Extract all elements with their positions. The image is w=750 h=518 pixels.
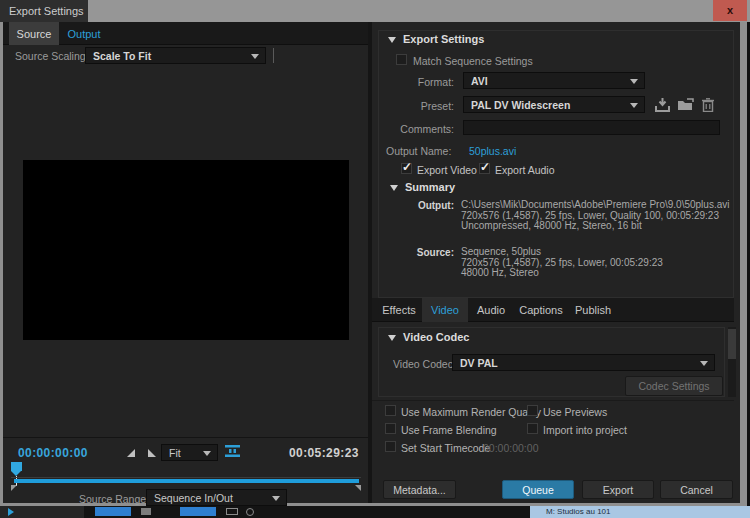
tab-captions-label: Captions [519, 304, 562, 316]
collapse-triangle-icon[interactable] [388, 37, 396, 43]
video-preview-frame [23, 160, 349, 340]
safe-margins-icon[interactable] [225, 445, 241, 460]
toolbar-divider [273, 48, 274, 63]
export-button[interactable]: Export [582, 480, 654, 499]
set-start-timecode-checkbox[interactable] [385, 441, 396, 452]
source-range-select[interactable]: Sequence In/Out [146, 489, 287, 506]
background-highlight-text: M: Studios au 101 [546, 507, 610, 516]
background-taskbar: M: Studios au 101 [0, 506, 750, 518]
panel-divider [368, 22, 372, 503]
chevron-down-icon [203, 451, 211, 456]
preview-tabbar: Source Output [3, 22, 368, 45]
export-video-checkbox[interactable] [401, 163, 412, 174]
collapse-triangle-icon[interactable] [390, 185, 398, 191]
queue-button[interactable]: Queue [502, 480, 574, 499]
range-handle-right[interactable] [355, 485, 361, 491]
preset-label: Preset: [372, 100, 454, 112]
import-into-project-checkbox[interactable] [527, 423, 538, 434]
codec-scrollbar[interactable] [728, 327, 736, 397]
tab-effects[interactable]: Effects [376, 298, 422, 322]
video-codec-value: DV PAL [460, 357, 498, 369]
comments-label: Comments: [372, 123, 454, 135]
screen: Export Settings x Source Output Source S… [0, 0, 750, 518]
source-range-value: Sequence In/Out [154, 492, 233, 504]
set-in-point-icon[interactable] [127, 449, 135, 457]
chevron-down-icon [630, 103, 638, 108]
playhead[interactable] [11, 462, 22, 471]
chevron-down-icon [700, 361, 708, 366]
import-into-project-label: Import into project [543, 424, 627, 436]
tab-video-label: Video [431, 304, 459, 316]
range-handle-left[interactable] [11, 485, 17, 491]
export-settings-dialog: Source Output Source Scaling: Scale To F… [0, 22, 747, 506]
comments-input[interactable] [463, 120, 720, 135]
use-previews-label: Use Previews [543, 406, 607, 418]
frame-blending-label: Use Frame Blending [401, 424, 497, 436]
settings-tabbar: Effects Video Audio Captions Publish [372, 298, 734, 322]
summary-source-label: Source: [372, 247, 454, 258]
import-preset-button[interactable] [678, 97, 694, 112]
current-timecode[interactable]: 00:00:00:00 [18, 446, 88, 460]
summary-source-line: 48000 Hz, Stereo [461, 268, 663, 279]
timeline-track[interactable] [11, 477, 361, 478]
set-out-point-icon[interactable] [148, 449, 156, 457]
output-name-link[interactable]: 50plus.avi [469, 145, 516, 157]
preset-select[interactable]: PAL DV Widescreen [463, 96, 645, 113]
codec-settings-label: Codec Settings [638, 380, 709, 392]
background-highlight-bar: M: Studios au 101 [530, 506, 750, 518]
frame-blending-checkbox[interactable] [385, 423, 396, 434]
trash-icon [702, 98, 714, 112]
match-sequence-label: Match Sequence Settings [413, 55, 533, 67]
tab-output-label: Output [67, 28, 100, 40]
collapse-triangle-icon[interactable] [388, 335, 396, 341]
close-button[interactable]: x [713, 0, 747, 21]
options-divider [372, 400, 734, 401]
summary-header: Summary [405, 181, 455, 193]
preset-value: PAL DV Widescreen [471, 99, 570, 111]
chevron-down-icon [251, 54, 259, 59]
timeline-clip [95, 507, 131, 516]
video-codec-select[interactable]: DV PAL [452, 354, 715, 371]
timeline-clip [180, 507, 216, 516]
cancel-button[interactable]: Cancel [660, 480, 733, 499]
titlebar: Export Settings x [0, 0, 750, 22]
tab-video[interactable]: Video [422, 298, 468, 322]
export-audio-label: Export Audio [495, 164, 555, 176]
cancel-button-label: Cancel [680, 484, 713, 496]
use-previews-checkbox[interactable] [527, 405, 538, 416]
tab-audio[interactable]: Audio [468, 298, 514, 322]
titlebar-dark-patch: Export Settings [0, 0, 88, 22]
tab-source[interactable]: Source [9, 22, 59, 45]
save-preset-button[interactable] [655, 97, 671, 112]
summary-output-line: Uncompressed, 48000 Hz, Stereo, 16 bit [461, 221, 729, 232]
codec-scrollbar-thumb[interactable] [728, 329, 736, 359]
queue-button-label: Queue [522, 484, 554, 496]
source-range-label: Source Range: [79, 493, 149, 505]
format-select[interactable]: AVI [463, 72, 645, 89]
export-audio-checkbox[interactable] [479, 163, 490, 174]
transport-bar: 00:00:00:00 Fit 00:05:29:23 [3, 437, 368, 503]
export-settings-header: Export Settings [403, 33, 484, 45]
tab-source-label: Source [17, 28, 52, 40]
source-scaling-select[interactable]: Scale To Fit [85, 47, 266, 64]
source-scaling-value: Scale To Fit [93, 50, 151, 62]
background-icon [246, 508, 254, 516]
play-icon [8, 508, 14, 516]
tab-publish[interactable]: Publish [568, 298, 618, 322]
max-render-quality-label: Use Maximum Render Quality [401, 406, 541, 418]
background-icon [226, 508, 238, 515]
tab-captions[interactable]: Captions [514, 298, 568, 322]
format-value: AVI [471, 75, 488, 87]
delete-preset-button[interactable] [702, 97, 718, 112]
max-render-quality-checkbox[interactable] [385, 405, 396, 416]
match-sequence-checkbox[interactable] [396, 54, 407, 65]
format-label: Format: [372, 76, 454, 88]
timeline-range-bar[interactable] [14, 479, 359, 483]
chevron-down-icon [272, 496, 280, 501]
video-codec-header: Video Codec [403, 331, 469, 343]
metadata-button[interactable]: Metadata... [383, 480, 456, 499]
codec-settings-button[interactable]: Codec Settings [625, 376, 723, 396]
tab-effects-label: Effects [382, 304, 415, 316]
zoom-fit-select[interactable]: Fit [161, 444, 218, 461]
tab-output[interactable]: Output [59, 22, 109, 45]
